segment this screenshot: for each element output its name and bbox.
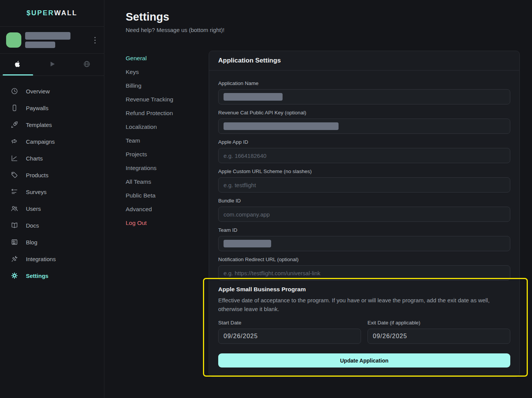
notification-redirect-url-label: Notification Redirect URL (optional) bbox=[218, 257, 510, 262]
globe-icon bbox=[83, 60, 91, 69]
sidebar-item-label: Campaigns bbox=[26, 138, 55, 145]
settings-nav-all-teams[interactable]: All Teams bbox=[126, 175, 209, 189]
app-logo[interactable]: $UPERWALL bbox=[0, 0, 104, 27]
bundle-id-label: Bundle ID bbox=[218, 198, 510, 204]
tab-apple[interactable] bbox=[0, 54, 35, 75]
sidebar-item-label: Settings bbox=[26, 273, 48, 279]
sidebar-item-label: Surveys bbox=[26, 189, 46, 195]
tab-web[interactable] bbox=[69, 54, 104, 75]
application-name-label: Application Name bbox=[218, 80, 510, 86]
main-content: Settings Need help? Message us (bottom r… bbox=[104, 0, 532, 377]
application-name-input[interactable] bbox=[218, 89, 510, 104]
url-scheme-label: Apple Custom URL Scheme (no slashes) bbox=[218, 169, 510, 174]
sidebar-item-label: Users bbox=[26, 205, 41, 212]
card-title: Application Settings bbox=[209, 51, 519, 71]
settings-nav-projects[interactable]: Projects bbox=[126, 148, 209, 161]
overview-clock-icon bbox=[11, 87, 18, 95]
settings-nav-localization[interactable]: Localization bbox=[126, 120, 209, 134]
workspace-avatar bbox=[6, 32, 21, 48]
redacted-bar bbox=[25, 42, 55, 48]
apple-icon bbox=[14, 60, 21, 69]
settings-gear-icon bbox=[11, 272, 18, 279]
settings-nav-log-out[interactable]: Log Out bbox=[126, 216, 209, 230]
team-id-label: Team ID bbox=[218, 227, 510, 233]
campaigns-megaphone-icon bbox=[11, 138, 18, 145]
sidebar-item-users[interactable]: Users bbox=[0, 200, 104, 217]
logo-text-suffix: WALL bbox=[54, 9, 77, 17]
play-icon bbox=[48, 60, 56, 69]
settings-nav-refund-protection[interactable]: Refund Protection bbox=[126, 106, 209, 120]
sidebar-item-templates[interactable]: Templates bbox=[0, 116, 104, 133]
settings-nav-integrations[interactable]: Integrations bbox=[126, 161, 209, 175]
redacted-value bbox=[224, 93, 283, 101]
paywalls-phone-icon bbox=[11, 104, 18, 112]
update-application-button[interactable]: Update Application bbox=[218, 353, 510, 368]
products-tag-icon bbox=[11, 171, 18, 179]
apple-app-id-input[interactable] bbox=[218, 148, 510, 163]
settings-nav-revenue-tracking[interactable]: Revenue Tracking bbox=[126, 93, 209, 106]
revenue-cat-key-input[interactable] bbox=[218, 119, 510, 134]
apple-small-business-section: Apple Small Business Program Effective d… bbox=[218, 286, 510, 344]
sidebar-item-label: Paywalls bbox=[26, 105, 48, 111]
settings-nav-keys[interactable]: Keys bbox=[126, 65, 209, 79]
settings-nav-public-beta[interactable]: Public Beta bbox=[126, 189, 209, 202]
team-id-input[interactable] bbox=[218, 236, 510, 251]
sidebar-item-docs[interactable]: Docs bbox=[0, 217, 104, 234]
small-business-title: Apple Small Business Program bbox=[218, 286, 510, 293]
start-date-label: Start Date bbox=[218, 320, 361, 326]
sidebar-item-products[interactable]: Products bbox=[0, 167, 104, 183]
sidebar-item-label: Integrations bbox=[26, 256, 56, 262]
sidebar-item-label: Charts bbox=[26, 155, 43, 162]
workspace-switcher[interactable] bbox=[0, 27, 104, 54]
tab-google-play[interactable] bbox=[35, 54, 69, 75]
platform-tabs bbox=[0, 54, 104, 76]
settings-nav: General Keys Billing Revenue Tracking Re… bbox=[126, 51, 209, 377]
integrations-plug-icon bbox=[11, 255, 18, 263]
sidebar-item-overview[interactable]: Overview bbox=[0, 83, 104, 100]
kebab-menu-icon[interactable] bbox=[92, 35, 98, 46]
surveys-checklist-icon bbox=[11, 188, 18, 196]
workspace-name-redacted bbox=[25, 32, 70, 48]
sidebar-item-settings[interactable]: Settings bbox=[0, 267, 104, 284]
page-subtitle: Need help? Message us (bottom right)! bbox=[126, 27, 520, 33]
sidebar-item-label: Docs bbox=[26, 222, 39, 229]
url-scheme-input[interactable] bbox=[218, 177, 510, 193]
logo-text-prefix: $UPER bbox=[27, 9, 54, 17]
settings-nav-advanced[interactable]: Advanced bbox=[126, 202, 209, 216]
apple-app-id-label: Apple App ID bbox=[218, 139, 510, 145]
users-people-icon bbox=[11, 205, 18, 212]
page-title: Settings bbox=[126, 11, 520, 23]
sidebar-item-paywalls[interactable]: Paywalls bbox=[0, 100, 104, 116]
exit-date-input[interactable] bbox=[367, 329, 510, 344]
notification-redirect-url-input[interactable] bbox=[218, 265, 510, 281]
sidebar-item-label: Blog bbox=[26, 239, 37, 246]
redacted-bar bbox=[25, 32, 70, 40]
sidebar-item-blog[interactable]: Blog bbox=[0, 234, 104, 250]
application-settings-card: Application Settings Application Name Re… bbox=[209, 51, 520, 377]
revenue-cat-key-label: Revenue Cat Public API Key (optional) bbox=[218, 110, 510, 116]
sidebar-item-label: Overview bbox=[26, 88, 50, 95]
settings-nav-general[interactable]: General bbox=[126, 51, 209, 65]
sidebar-item-label: Products bbox=[26, 172, 48, 178]
sidebar-item-integrations[interactable]: Integrations bbox=[0, 250, 104, 267]
blog-news-icon bbox=[11, 238, 18, 246]
sidebar-item-label: Templates bbox=[26, 122, 52, 128]
settings-nav-team[interactable]: Team bbox=[126, 134, 209, 148]
bundle-id-input[interactable] bbox=[218, 207, 510, 222]
charts-line-icon bbox=[11, 154, 18, 162]
redacted-value bbox=[224, 240, 271, 247]
exit-date-label: Exit Date (if applicable) bbox=[367, 320, 510, 326]
sidebar-item-surveys[interactable]: Surveys bbox=[0, 183, 104, 200]
sidebar-item-campaigns[interactable]: Campaigns bbox=[0, 133, 104, 150]
sidebar-item-charts[interactable]: Charts bbox=[0, 150, 104, 167]
sidebar: $UPERWALL bbox=[0, 0, 104, 398]
templates-rocket-icon bbox=[11, 121, 18, 128]
docs-book-icon bbox=[11, 221, 18, 229]
small-business-description: Effective date of acceptance to the prog… bbox=[218, 296, 510, 313]
start-date-input[interactable] bbox=[218, 329, 361, 344]
sidebar-nav: Overview Paywalls Templates Campaigns Ch… bbox=[0, 76, 104, 284]
settings-nav-billing[interactable]: Billing bbox=[126, 79, 209, 93]
redacted-value bbox=[224, 122, 339, 130]
